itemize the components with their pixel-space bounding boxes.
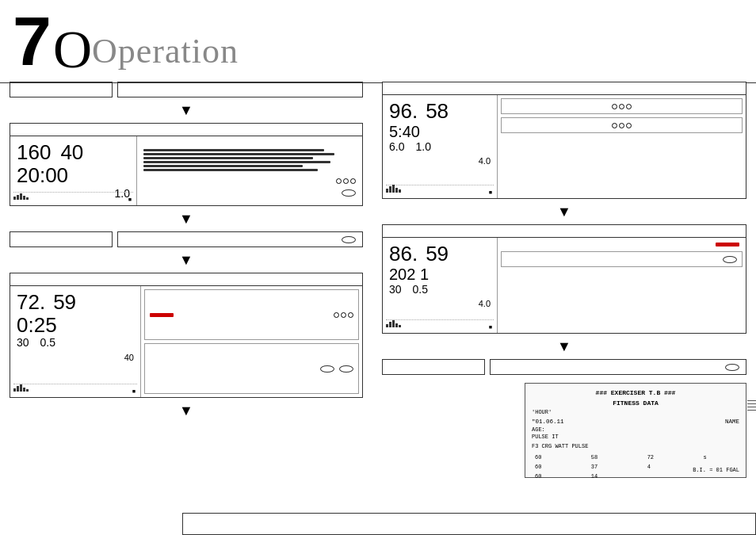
dp1-header	[10, 124, 362, 136]
rp2-icon: ■	[489, 323, 492, 331]
dp2-val2: 59	[53, 291, 76, 314]
dp1-row1: 160 40	[17, 141, 130, 164]
dp2-oval-2[interactable]	[339, 365, 353, 373]
dp1-dotted	[13, 192, 133, 193]
arrow-2: ▼	[10, 212, 363, 226]
fitness-table-label: F3 CRG WATT PULSE	[532, 443, 739, 451]
dp1-oval	[143, 189, 356, 197]
left-column: ▼ 160 40 20:00 1.0	[0, 75, 372, 535]
dp2-bars	[13, 380, 29, 395]
rp1-right	[498, 95, 746, 198]
dp2-row4: 40	[17, 350, 134, 364]
rp2-val5: 4.0	[479, 299, 491, 308]
rp2-right	[498, 238, 746, 333]
oval-btn-1[interactable]	[342, 236, 356, 243]
dp1-val1: 160	[17, 141, 51, 164]
rp2-header	[383, 225, 746, 238]
r-label-box-2	[490, 359, 746, 375]
r-label-box-1	[382, 359, 485, 375]
fitness-name: NAME	[725, 418, 739, 426]
display-panel-1: 160 40 20:00 1.0	[10, 123, 363, 206]
dp1-hbars	[143, 149, 356, 171]
dp2-sub-bot	[144, 343, 359, 394]
chapter-o: O	[53, 22, 92, 76]
arrow-4: ▼	[10, 403, 363, 418]
dp2-sub-top	[144, 289, 359, 340]
rp2-body: 86. 59 202 1 30 0.5 4.0	[383, 238, 746, 333]
fitness-age: AGE:	[532, 426, 739, 434]
label-box-2	[117, 82, 363, 97]
label-box-3	[10, 231, 113, 247]
rp1-val3: 6.0	[389, 140, 404, 154]
arrow-r2: ▼	[382, 339, 746, 353]
display-panel-2: 72. 59 0:25 30 0.5 40	[10, 273, 363, 398]
dp2-oval-1[interactable]	[320, 365, 334, 373]
rp2-val2: 59	[426, 243, 449, 266]
arrow-1: ▼	[10, 103, 363, 117]
rp1-dotted	[386, 185, 494, 185]
dp1-right	[137, 136, 362, 205]
dp2-right	[141, 286, 362, 397]
fitness-card: ### EXERCISER T.B ### FITNESS DATA 'HOUR…	[525, 383, 746, 478]
rrow3	[382, 359, 746, 375]
fitness-area: ### EXERCISER T.B ### FITNESS DATA 'HOUR…	[382, 383, 746, 478]
rp1-body: 96. 58 5:40 6.0 1.0 4.0	[383, 95, 746, 198]
chapter-title: Operation	[92, 27, 239, 76]
rp1-sub-top	[501, 98, 743, 114]
rp2-sub-top	[501, 241, 743, 248]
fitness-title: ### EXERCISER T.B ###	[532, 388, 739, 397]
rp2-row1: 86. 59	[389, 243, 491, 266]
dp1-lcd: 160 40 20:00 1.0	[10, 136, 137, 205]
rp2-lcd: 86. 59 202 1 30 0.5 4.0	[383, 238, 498, 333]
rp2-oval[interactable]	[723, 256, 737, 263]
fitness-hour: 'HOUR'	[532, 409, 739, 417]
rp2-val4: 0.5	[413, 283, 428, 296]
rp2-dotted	[386, 319, 494, 320]
rp2-bars	[386, 316, 401, 331]
rp1-val4: 1.0	[415, 140, 430, 154]
rp1-ctrl-top	[612, 104, 632, 109]
rp1: 96. 58 5:40 6.0 1.0 4.0	[382, 82, 746, 199]
dp1-bars	[13, 189, 29, 203]
rp2-row2: 202 1	[389, 266, 491, 283]
dp2-row3: 30 0.5	[17, 336, 134, 350]
dp2-header	[10, 273, 362, 286]
right-column: 96. 58 5:40 6.0 1.0 4.0	[372, 75, 756, 535]
rp2-val3: 30	[389, 283, 402, 296]
r-oval-btn[interactable]	[725, 364, 739, 371]
rp1-ctrl-bot	[612, 123, 632, 128]
row3	[10, 231, 363, 247]
dp2-body: 72. 59 0:25 30 0.5 40	[10, 286, 362, 397]
row1-labels	[10, 82, 363, 97]
rp2-val1: 86.	[389, 243, 418, 266]
dp2-val5: 40	[124, 353, 134, 362]
rp2-bar-red	[716, 243, 739, 246]
dp2-dotted	[13, 384, 137, 384]
rp2-row3: 30 0.5	[389, 283, 491, 296]
dp1-oval-btn[interactable]	[342, 189, 356, 197]
rp1-bars	[386, 182, 401, 196]
fitness-row-1: 605872s	[533, 454, 738, 462]
fitness-arrows	[747, 398, 756, 413]
dp2-val3: 30	[17, 336, 29, 350]
fitness-date: "01.06.11	[532, 418, 564, 426]
label-box-1	[10, 82, 113, 97]
dp1-ctrl-row	[143, 178, 356, 184]
rp2: 86. 59 202 1 30 0.5 4.0	[382, 224, 746, 334]
dp2-val1: 72.	[17, 291, 45, 314]
rp1-row1: 96. 58	[389, 100, 491, 123]
dp1-val2: 40	[60, 141, 83, 164]
rp1-val2: 58	[426, 100, 449, 123]
rp1-icon: ■	[489, 189, 492, 196]
rp1-val1: 96.	[389, 100, 418, 123]
rp2-sub-bot	[501, 251, 743, 267]
fitness-subtitle: FITNESS DATA	[532, 399, 739, 407]
main-area: ▼ 160 40 20:00 1.0	[0, 75, 756, 535]
dp2-icon: ■	[132, 388, 136, 395]
page-header: 7 O Operation	[0, 0, 756, 83]
arrow-r1: ▼	[382, 204, 746, 219]
dp1-row3: 1.0	[17, 186, 130, 201]
dp2-bar-red	[150, 313, 174, 317]
rp1-val5: 4.0	[479, 156, 491, 166]
dp2-row1: 72. 59	[17, 291, 134, 314]
